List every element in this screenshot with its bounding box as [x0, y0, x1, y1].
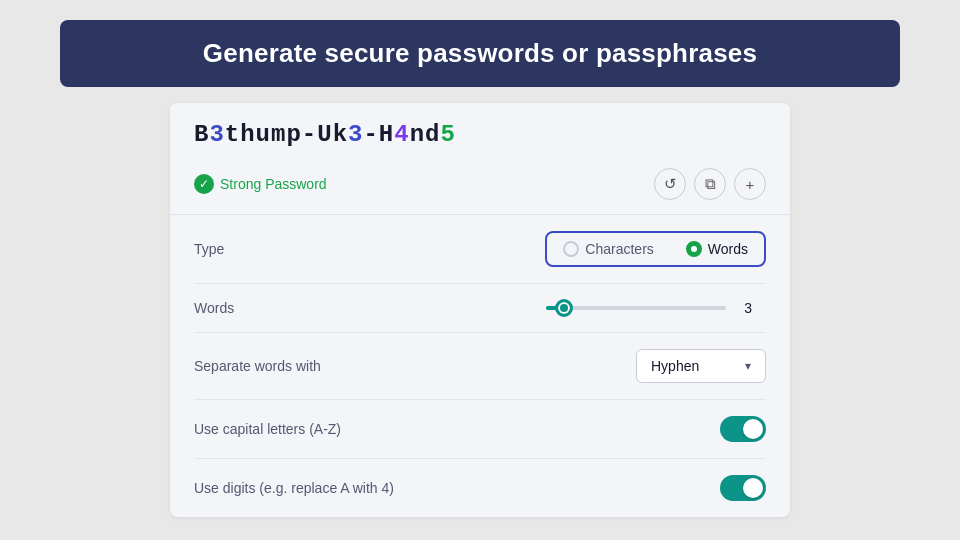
page-title: Generate secure passwords or passphrases	[100, 38, 860, 69]
type-selector[interactable]: Characters Words	[545, 231, 766, 267]
digits-toggle[interactable]	[720, 475, 766, 501]
pw-char-3: thump-Uk	[225, 121, 348, 148]
words-type-label: Words	[708, 241, 748, 257]
pw-char-5: -H	[363, 121, 394, 148]
separator-dropdown[interactable]: Hyphen ▾	[636, 349, 766, 383]
capitals-setting-row: Use capital letters (A-Z)	[194, 400, 766, 459]
status-row: ✓ Strong Password ↺ ⧉ +	[170, 158, 790, 215]
digits-setting-row: Use digits (e.g. replace A with 4)	[194, 459, 766, 517]
type-characters-option[interactable]: Characters	[547, 233, 669, 265]
refresh-button[interactable]: ↺	[654, 168, 686, 200]
separator-value: Hyphen	[651, 358, 699, 374]
type-words-option[interactable]: Words	[670, 233, 764, 265]
password-card: B3thump-Uk3-H4nd5 ✓ Strong Password ↺ ⧉ …	[170, 103, 790, 517]
status-label: Strong Password	[220, 176, 327, 192]
plus-icon: +	[746, 176, 755, 193]
words-setting-row: Words 3	[194, 284, 766, 333]
password-text: B3thump-Uk3-H4nd5	[194, 121, 766, 148]
refresh-icon: ↺	[664, 175, 677, 193]
pw-char-2: 3	[209, 121, 224, 148]
slider-track[interactable]	[546, 306, 726, 310]
slider-thumb[interactable]	[555, 299, 573, 317]
pw-char-7: nd	[410, 121, 441, 148]
type-setting-row: Type Characters Words	[194, 215, 766, 284]
pw-char-1: B	[194, 121, 209, 148]
type-label: Type	[194, 241, 224, 257]
check-icon: ✓	[194, 174, 214, 194]
separator-setting-row: Separate words with Hyphen ▾	[194, 333, 766, 400]
copy-icon: ⧉	[705, 175, 716, 193]
action-buttons: ↺ ⧉ +	[654, 168, 766, 200]
header-banner: Generate secure passwords or passphrases	[60, 20, 900, 87]
page-wrapper: Generate secure passwords or passphrases…	[0, 0, 960, 540]
separator-label: Separate words with	[194, 358, 321, 374]
chevron-down-icon: ▾	[745, 359, 751, 373]
pw-char-4: 3	[348, 121, 363, 148]
characters-label: Characters	[585, 241, 653, 257]
add-button[interactable]: +	[734, 168, 766, 200]
characters-radio	[563, 241, 579, 257]
words-slider-container: 3	[546, 300, 766, 316]
pw-char-8: 5	[440, 121, 455, 148]
pw-char-6: 4	[394, 121, 409, 148]
capitals-toggle[interactable]	[720, 416, 766, 442]
digits-label: Use digits (e.g. replace A with 4)	[194, 480, 394, 496]
settings-section: Type Characters Words Words	[170, 215, 790, 517]
status-badge: ✓ Strong Password	[194, 174, 327, 194]
words-radio	[686, 241, 702, 257]
password-display: B3thump-Uk3-H4nd5	[170, 103, 790, 158]
words-value: 3	[736, 300, 752, 316]
words-label: Words	[194, 300, 234, 316]
copy-button[interactable]: ⧉	[694, 168, 726, 200]
capitals-label: Use capital letters (A-Z)	[194, 421, 341, 437]
